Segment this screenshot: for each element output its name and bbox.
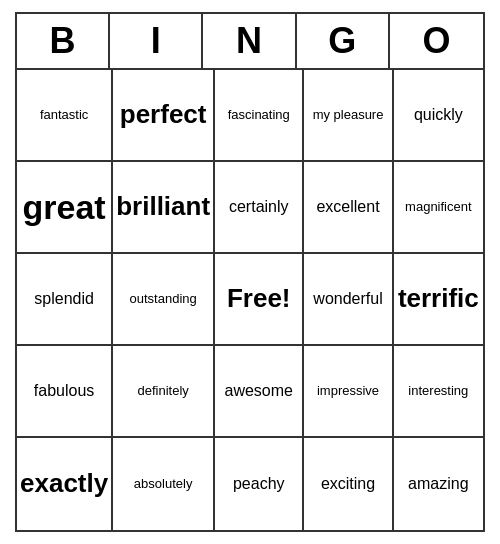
bingo-cell-10[interactable]: splendid xyxy=(17,254,113,346)
bingo-card: BINGO fantasticperfectfascinatingmy plea… xyxy=(15,12,485,532)
bingo-cell-text-21: absolutely xyxy=(134,476,193,492)
header-letter-g: G xyxy=(297,14,390,70)
bingo-cell-text-7: certainly xyxy=(229,197,289,216)
bingo-cell-3[interactable]: my pleasure xyxy=(304,70,393,162)
bingo-cell-text-19: interesting xyxy=(408,383,468,399)
bingo-cell-6[interactable]: brilliant xyxy=(113,162,215,254)
bingo-cell-13[interactable]: wonderful xyxy=(304,254,393,346)
bingo-grid: fantasticperfectfascinatingmy pleasurequ… xyxy=(15,70,485,532)
bingo-cell-text-12: Free! xyxy=(227,283,291,314)
header-letter-o: O xyxy=(390,14,483,70)
bingo-cell-23[interactable]: exciting xyxy=(304,438,393,530)
bingo-cell-text-13: wonderful xyxy=(313,289,382,308)
bingo-cell-22[interactable]: peachy xyxy=(215,438,304,530)
bingo-header: BINGO xyxy=(15,12,485,70)
bingo-cell-text-1: perfect xyxy=(120,99,207,130)
bingo-cell-5[interactable]: great xyxy=(17,162,113,254)
bingo-cell-2[interactable]: fascinating xyxy=(215,70,304,162)
bingo-cell-14[interactable]: terrific xyxy=(394,254,483,346)
bingo-cell-text-18: impressive xyxy=(317,383,379,399)
bingo-cell-9[interactable]: magnificent xyxy=(394,162,483,254)
bingo-cell-1[interactable]: perfect xyxy=(113,70,215,162)
bingo-cell-text-4: quickly xyxy=(414,105,463,124)
bingo-cell-text-15: fabulous xyxy=(34,381,95,400)
bingo-cell-text-16: definitely xyxy=(137,383,188,399)
bingo-cell-0[interactable]: fantastic xyxy=(17,70,113,162)
bingo-cell-21[interactable]: absolutely xyxy=(113,438,215,530)
bingo-cell-17[interactable]: awesome xyxy=(215,346,304,438)
bingo-cell-4[interactable]: quickly xyxy=(394,70,483,162)
bingo-cell-text-22: peachy xyxy=(233,474,285,493)
bingo-cell-text-14: terrific xyxy=(398,283,479,314)
bingo-cell-text-8: excellent xyxy=(316,197,379,216)
bingo-cell-text-23: exciting xyxy=(321,474,375,493)
header-letter-b: B xyxy=(17,14,110,70)
bingo-cell-12[interactable]: Free! xyxy=(215,254,304,346)
bingo-cell-text-0: fantastic xyxy=(40,107,88,123)
bingo-cell-19[interactable]: interesting xyxy=(394,346,483,438)
bingo-cell-text-11: outstanding xyxy=(130,291,197,307)
bingo-cell-24[interactable]: amazing xyxy=(394,438,483,530)
bingo-cell-text-9: magnificent xyxy=(405,199,471,215)
bingo-cell-text-2: fascinating xyxy=(228,107,290,123)
bingo-cell-text-20: exactly xyxy=(20,468,108,499)
bingo-cell-text-5: great xyxy=(23,187,106,228)
bingo-cell-7[interactable]: certainly xyxy=(215,162,304,254)
bingo-cell-text-6: brilliant xyxy=(116,191,210,222)
bingo-cell-18[interactable]: impressive xyxy=(304,346,393,438)
bingo-cell-15[interactable]: fabulous xyxy=(17,346,113,438)
bingo-cell-20[interactable]: exactly xyxy=(17,438,113,530)
header-letter-i: I xyxy=(110,14,203,70)
bingo-cell-11[interactable]: outstanding xyxy=(113,254,215,346)
bingo-cell-16[interactable]: definitely xyxy=(113,346,215,438)
bingo-cell-text-3: my pleasure xyxy=(313,107,384,123)
bingo-cell-text-24: amazing xyxy=(408,474,468,493)
header-letter-n: N xyxy=(203,14,296,70)
bingo-cell-text-10: splendid xyxy=(34,289,94,308)
bingo-cell-8[interactable]: excellent xyxy=(304,162,393,254)
bingo-cell-text-17: awesome xyxy=(225,381,293,400)
